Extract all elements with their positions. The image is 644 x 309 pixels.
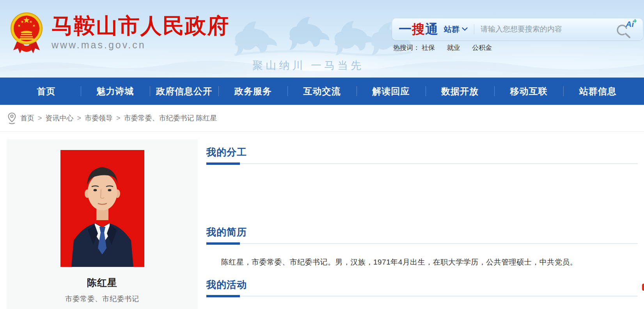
portrait-illustration (60, 150, 144, 267)
section-underline (206, 295, 638, 297)
hot-words-label: 热搜词： (393, 44, 420, 51)
nav-item-label: 移动互联 (510, 85, 548, 97)
nav-item-label: 政府信息公开 (156, 85, 212, 97)
search-scope-label: 站群 (444, 24, 459, 35)
search-bar: 一搜通 站群 Ai (392, 18, 643, 40)
profile-detail-column: 我的分工 我的简历 陈红星，市委常委、市纪委书记。男，汉族，1971年4月出生，… (206, 139, 638, 309)
main-navigation: 首页 魅力诗城 政府信息公开 政务服务 互动交流 解读回应 数据开放 移动互联 … (0, 78, 644, 105)
site-header: 马鞍山市人民政府 www.mas.gov.cn 聚山纳川 一马当先 一搜通 站群… (0, 0, 644, 78)
section-title-my-resume: 我的简历 (206, 226, 638, 238)
nav-item-label: 政务服务 (234, 85, 272, 97)
location-pin-icon (7, 112, 16, 124)
hot-word-link[interactable]: 公积金 (472, 44, 492, 51)
ai-plus-icon (633, 19, 637, 23)
nav-item-mobile[interactable]: 移动互联 (494, 78, 563, 105)
site-url: www.mas.gov.cn (51, 39, 229, 51)
nav-item-label: 站群信息 (579, 85, 617, 97)
section-underline (206, 162, 638, 165)
floating-widget-edge[interactable] (642, 284, 644, 291)
site-title: 马鞍山市人民政府 (51, 14, 229, 37)
search-brand-logo[interactable]: 一搜通 (399, 21, 438, 38)
breadcrumb-separator: > (38, 114, 42, 122)
section-title-my-duties: 我的分工 (206, 146, 638, 158)
nav-item-label: 魅力诗城 (96, 85, 134, 97)
hot-word-link[interactable]: 社保 (422, 44, 435, 51)
resume-text: 陈红星，市委常委、市纪委书记。男，汉族，1971年4月出生，在职大学学历，公共管… (206, 256, 638, 268)
search-input[interactable] (481, 25, 616, 34)
nav-item-label: 解读回应 (372, 85, 410, 97)
ai-search-button[interactable]: Ai (616, 20, 636, 38)
breadcrumb-news-center[interactable]: 资讯中心 (46, 114, 74, 122)
official-portrait-photo (60, 150, 144, 267)
nav-item-home[interactable]: 首页 (12, 78, 81, 105)
brand-char-3: 通 (425, 22, 438, 36)
brand-char-1: 一 (399, 22, 412, 36)
brand-char-2: 搜 (412, 22, 425, 36)
search-divider (474, 24, 474, 34)
nav-item-label: 互动交流 (303, 85, 341, 97)
nav-item-gov-services[interactable]: 政务服务 (218, 78, 287, 105)
galloping-horses-watermark (230, 11, 413, 62)
nav-item-charming-city[interactable]: 魅力诗城 (81, 78, 150, 105)
national-emblem-icon (9, 10, 44, 54)
nav-item-interpretation[interactable]: 解读回应 (357, 78, 426, 105)
hot-word-link[interactable]: 就业 (447, 44, 460, 51)
nav-item-interaction[interactable]: 互动交流 (287, 78, 357, 105)
section-underline (206, 242, 638, 245)
ai-label: Ai (626, 20, 634, 28)
section-title-my-activities: 我的活动 (206, 279, 638, 290)
nav-item-site-group[interactable]: 站群信息 (563, 78, 632, 105)
breadcrumb-separator: > (77, 114, 82, 122)
site-slogan: 聚山纳川 一马当先 (238, 58, 378, 72)
hot-search-words: 热搜词： 社保 就业 公积金 (393, 43, 502, 52)
breadcrumb-current-page: 市委常委、市纪委书记 陈红星 (124, 114, 217, 122)
breadcrumb: 首页>资讯中心>市委领导>市委常委、市纪委书记 陈红星 (0, 105, 644, 132)
breadcrumb-separator: > (116, 114, 121, 122)
official-name: 陈红星 (7, 276, 198, 289)
site-logo-link[interactable]: 马鞍山市人民政府 www.mas.gov.cn (9, 10, 229, 54)
chevron-down-icon (462, 27, 468, 31)
nav-item-label: 首页 (37, 85, 55, 97)
main-content: 陈红星 市委常委、市纪委书记 我的分工 我的简历 陈红星，市委常委、市纪委书记。… (7, 139, 638, 309)
nav-item-label: 数据开放 (441, 85, 479, 97)
search-scope-dropdown[interactable]: 站群 (444, 24, 468, 35)
breadcrumb-home[interactable]: 首页 (20, 114, 34, 122)
official-title: 市委常委、市纪委书记 (7, 294, 198, 304)
profile-panel: 陈红星 市委常委、市纪委书记 (7, 139, 198, 309)
breadcrumb-city-leaders[interactable]: 市委领导 (85, 114, 113, 122)
nav-item-gov-info[interactable]: 政府信息公开 (150, 78, 219, 105)
nav-item-open-data[interactable]: 数据开放 (426, 78, 495, 105)
